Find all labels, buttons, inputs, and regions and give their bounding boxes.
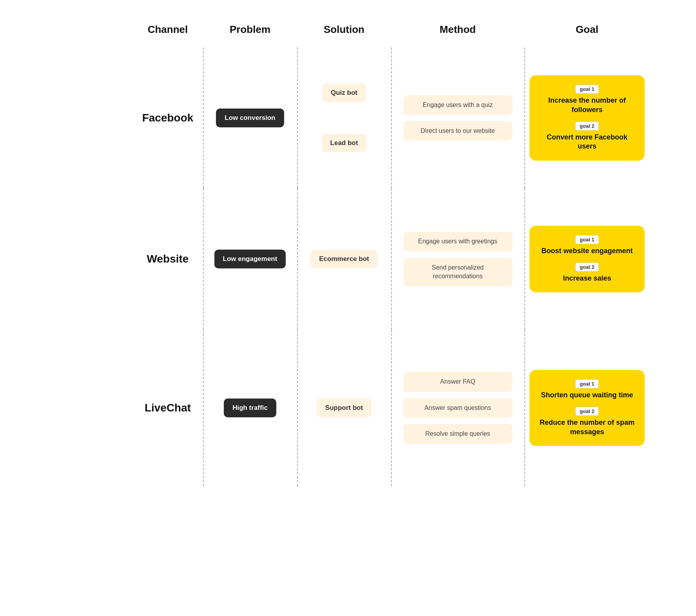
col-sep-2 bbox=[297, 47, 298, 188]
method-livechat-1: Answer FAQ bbox=[403, 372, 513, 391]
method-facebook-2: Direct users to our website bbox=[403, 121, 513, 141]
solution-support-bot: Support bot bbox=[317, 399, 372, 417]
solution-quiz-bot: Quiz bot bbox=[322, 83, 366, 102]
goal-card-facebook: goal 1 Increase the number of followers … bbox=[529, 75, 645, 161]
problem-badge-livechat: High traffic bbox=[224, 399, 276, 417]
row-website: Website Low engagement Ecommerce bot Eng… bbox=[132, 188, 564, 330]
method-facebook-1: Engage users with a quiz bbox=[403, 95, 513, 115]
header-method: Method bbox=[391, 20, 524, 40]
col-sep-4c bbox=[524, 330, 525, 486]
goal-text-website-1: Boost website engagement bbox=[541, 246, 633, 255]
channel-label-facebook: Facebook bbox=[142, 112, 194, 124]
header-row: Channel Problem Solution Method Goal bbox=[132, 8, 564, 47]
problem-website: Low engagement bbox=[203, 204, 297, 314]
solution-lead-bot: Lead bot bbox=[322, 134, 367, 152]
col-sep-2c bbox=[297, 330, 298, 486]
goal-text-livechat-2: Reduce the number of spam messages bbox=[537, 418, 637, 437]
problem-badge-website: Low engagement bbox=[214, 250, 286, 268]
col-sep-3c bbox=[391, 330, 392, 486]
col-sep-1b bbox=[203, 188, 204, 330]
goal-card-website: goal 1 Boost website engagement goal 2 I… bbox=[529, 226, 645, 293]
solution-facebook: Quiz bot Lead bot bbox=[297, 63, 391, 173]
solution-website: Ecommerce bot bbox=[297, 204, 391, 314]
goal-label-facebook-1: goal 1 bbox=[575, 85, 599, 94]
goal-label-livechat-1: goal 1 bbox=[575, 379, 599, 388]
goal-text-website-2: Increase sales bbox=[563, 274, 611, 283]
goal-card-livechat: goal 1 Shorten queue waiting time goal 2… bbox=[529, 370, 645, 446]
method-livechat-2: Answer spam questions bbox=[403, 398, 513, 418]
col-sep-4 bbox=[524, 47, 525, 188]
methods-facebook: Engage users with a quiz Direct users to… bbox=[391, 63, 524, 173]
method-website-2: Send personalized recommendations bbox=[403, 258, 513, 286]
channel-label-website: Website bbox=[147, 253, 189, 265]
goal-livechat: goal 1 Shorten queue waiting time goal 2… bbox=[524, 345, 650, 471]
goal-website: goal 1 Boost website engagement goal 2 I… bbox=[524, 204, 650, 314]
col-sep-4b bbox=[524, 188, 525, 330]
goal-item-website-1: goal 1 Boost website engagement bbox=[541, 235, 633, 255]
goal-label-livechat-2: goal 2 bbox=[575, 407, 599, 416]
channel-livechat: LiveChat bbox=[132, 345, 203, 471]
goal-label-website-2: goal 2 bbox=[575, 263, 599, 272]
channel-website: Website bbox=[132, 204, 203, 314]
row-livechat: LiveChat High traffic Support bot Answer… bbox=[132, 330, 564, 486]
goal-item-website-2: goal 2 Increase sales bbox=[563, 263, 611, 283]
channel-label-livechat: LiveChat bbox=[145, 402, 191, 414]
problem-facebook: Low conversion bbox=[203, 63, 297, 173]
main-table: Channel Problem Solution Method Goal Fac… bbox=[132, 8, 564, 486]
header-channel: Channel bbox=[132, 20, 203, 40]
col-sep-3b bbox=[391, 188, 392, 330]
header-goal: Goal bbox=[524, 20, 650, 40]
goal-item-livechat-2: goal 2 Reduce the number of spam message… bbox=[537, 407, 637, 437]
method-website-1: Engage users with greetings bbox=[403, 232, 513, 251]
col-sep-2b bbox=[297, 188, 298, 330]
header-solution: Solution bbox=[297, 20, 391, 40]
methods-livechat: Answer FAQ Answer spam questions Resolve… bbox=[391, 345, 524, 471]
goal-label-facebook-2: goal 2 bbox=[575, 121, 599, 130]
methods-website: Engage users with greetings Send persona… bbox=[391, 204, 524, 314]
method-livechat-3: Resolve simple queries bbox=[403, 424, 513, 444]
problem-livechat: High traffic bbox=[203, 345, 297, 471]
goal-text-facebook-2: Convert more Facebook users bbox=[537, 133, 637, 151]
channel-facebook: Facebook bbox=[132, 63, 203, 173]
solution-ecommerce-bot: Ecommerce bot bbox=[310, 250, 378, 268]
goal-text-livechat-1: Shorten queue waiting time bbox=[541, 391, 633, 400]
goal-item-facebook-2: goal 2 Convert more Facebook users bbox=[537, 121, 637, 151]
col-sep-1c bbox=[203, 330, 204, 486]
solution-livechat: Support bot bbox=[297, 345, 391, 471]
row-facebook: Facebook Low conversion Quiz bot Lead bo… bbox=[132, 47, 564, 188]
goal-text-facebook-1: Increase the number of followers bbox=[537, 96, 637, 114]
col-sep-1 bbox=[203, 47, 204, 188]
goal-item-facebook-1: goal 1 Increase the number of followers bbox=[537, 85, 637, 114]
goal-facebook: goal 1 Increase the number of followers … bbox=[524, 63, 650, 173]
col-sep-3 bbox=[391, 47, 392, 188]
header-problem: Problem bbox=[203, 20, 297, 40]
goal-item-livechat-1: goal 1 Shorten queue waiting time bbox=[541, 379, 633, 400]
goal-label-website-1: goal 1 bbox=[575, 235, 599, 244]
problem-badge-facebook: Low conversion bbox=[216, 109, 284, 127]
